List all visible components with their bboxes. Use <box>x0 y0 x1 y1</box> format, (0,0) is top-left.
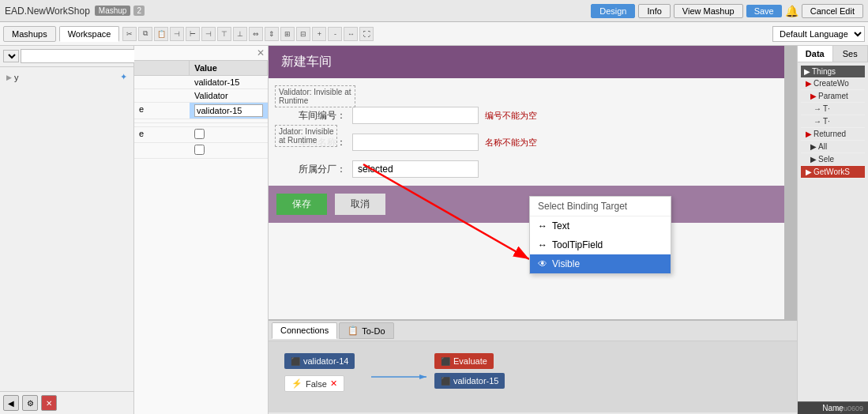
form-save-button[interactable]: 保存 <box>276 194 327 215</box>
close-sidebar-icon[interactable]: ✕ <box>41 395 57 411</box>
right-panel: Data Ses ▶ Things ▶ CreateWo ▶ Paramet → <box>797 46 868 414</box>
language-select[interactable]: Default Language English Chinese <box>772 26 865 42</box>
field3-input[interactable] <box>352 160 479 178</box>
left-sidebar: ▼ ✕ ▶ y ✦ ◀ ⚙ ✕ <box>0 46 134 414</box>
tab-connections[interactable]: Connections <box>272 322 337 339</box>
row3-col2 <box>190 103 268 119</box>
center-area: 新建车间 Validator: Invisible at Runtime 车间编… <box>269 46 797 414</box>
tree-star-icon: ✦ <box>120 72 127 82</box>
row7-checkbox <box>190 143 268 158</box>
false-close-icon[interactable]: ✕ <box>330 378 337 389</box>
row4-col2 <box>190 119 268 122</box>
gear-icon[interactable]: ⚙ <box>22 395 38 411</box>
row5-col2 <box>190 123 268 126</box>
field1-error: 编号不能为空 <box>485 110 537 122</box>
paramet-label: Paramet <box>818 92 848 100</box>
form-row-2: 车间名称： 名称不能为空 <box>269 129 784 156</box>
field2-input[interactable] <box>352 134 479 151</box>
resize-icon[interactable]: ↔ <box>344 27 358 41</box>
row3-input[interactable] <box>194 104 263 117</box>
getworks-item[interactable]: ▶ GetWorkS <box>801 166 865 179</box>
center-top: 新建车间 Validator: Invisible at Runtime 车间编… <box>269 46 797 319</box>
createwo-label: CreateWo <box>814 79 849 88</box>
col2-header: Value <box>190 61 268 75</box>
false-label: False <box>306 379 327 389</box>
tree-node-y[interactable]: ▶ y ✦ <box>3 70 130 84</box>
sidebar-bottom-bar: ◀ ⚙ ✕ <box>0 391 133 414</box>
align-left-icon[interactable]: ⊣ <box>170 27 184 41</box>
zoom-out-icon[interactable]: - <box>328 27 342 41</box>
distribute-h-icon[interactable]: ⇔ <box>249 27 263 41</box>
table-row: e <box>134 127 268 143</box>
tab-ses[interactable]: Ses <box>833 46 869 62</box>
form-row-3: 所属分厂： <box>269 156 784 183</box>
createwo-expand-icon: ▶ <box>806 79 812 88</box>
row7-check[interactable] <box>194 145 205 155</box>
grid-icon[interactable]: ⊞ <box>280 27 295 41</box>
distribute-v-icon[interactable]: ⇕ <box>265 27 279 41</box>
evaluate-label: Evaluate <box>453 356 487 366</box>
menu-item-text[interactable]: ↔ Text <box>530 216 671 235</box>
zoom-in-icon[interactable]: + <box>312 27 326 41</box>
arrow-t1-item[interactable]: → T· <box>801 103 865 115</box>
field1-input[interactable] <box>352 107 479 124</box>
evaluate-icon: ⬛ <box>441 357 450 366</box>
all-item[interactable]: ▶ All <box>801 141 865 153</box>
close-table-icon[interactable]: ✕ <box>134 46 268 61</box>
form-cancel-button[interactable]: 取消 <box>335 194 385 215</box>
align-right-icon[interactable]: ⊣ <box>201 27 216 41</box>
align-top-icon[interactable]: ⊤ <box>217 27 231 41</box>
things-section: ▶ Things ▶ CreateWo ▶ Paramet → T· → T <box>801 66 865 179</box>
validator-note-1: Validator: Invisible at Runtime <box>275 85 355 107</box>
info-button[interactable]: Info <box>638 4 670 18</box>
tab-todo[interactable]: 📋 To-Do <box>339 322 393 339</box>
tab-workspace[interactable]: Workspace <box>59 26 120 42</box>
context-menu: Select Binding Target ↔ Text ↔ ToolTipFi… <box>529 196 671 274</box>
search-input[interactable] <box>21 49 137 63</box>
node-validator-14[interactable]: ⬛ validator-14 <box>284 353 355 369</box>
sele-label: Sele <box>818 155 834 164</box>
table-row-highlighted: e <box>134 103 268 119</box>
tab-data[interactable]: Data <box>798 46 833 62</box>
view-mashup-button[interactable]: View Mashup <box>674 4 743 18</box>
table-row: validator-15 <box>134 76 268 89</box>
all-label: All <box>818 142 827 151</box>
filter-select[interactable]: ▼ <box>3 50 19 62</box>
center-scrollbar[interactable] <box>784 46 797 319</box>
false-icon: ⚡ <box>291 378 302 389</box>
context-menu-title: Select Binding Target <box>530 197 671 216</box>
row1-col1 <box>134 76 190 88</box>
nav-left-icon[interactable]: ◀ <box>3 395 19 411</box>
menu-item-tooltipfield[interactable]: ↔ ToolTipField <box>530 235 671 254</box>
sele-item[interactable]: ▶ Sele <box>801 153 865 166</box>
align-center-icon[interactable]: ⊢ <box>186 27 200 41</box>
cancel-edit-button[interactable]: Cancel Edit <box>802 4 863 18</box>
copy-icon[interactable]: ⧉ <box>138 27 152 41</box>
menu-item-visible[interactable]: 👁 Visible <box>530 254 671 273</box>
fullscreen-icon[interactable]: ⛶ <box>359 27 374 41</box>
connection-arrow <box>371 369 434 385</box>
node-evaluate[interactable]: ⬛ Evaluate <box>434 353 494 369</box>
zoom-icon[interactable]: ⊟ <box>296 27 310 41</box>
center-bottom: Connections 📋 To-Do ⬛ validator-14 ⚡ Fal… <box>269 319 797 414</box>
cut-icon[interactable]: ✂ <box>122 27 137 41</box>
node3-label: validator-15 <box>453 376 498 386</box>
design-button[interactable]: Design <box>591 4 635 18</box>
table-header: Value <box>134 61 268 76</box>
align-bottom-icon[interactable]: ⊥ <box>233 27 247 41</box>
tree-arrow-icon: ▶ <box>6 73 12 81</box>
paramet-item[interactable]: ▶ Paramet <box>801 90 865 103</box>
row6-check[interactable] <box>194 129 205 139</box>
arrow-t2-item[interactable]: → T· <box>801 115 865 128</box>
tab-mashups[interactable]: Mashups <box>3 26 56 42</box>
node-false[interactable]: ⚡ False ✕ <box>284 375 344 392</box>
save-button[interactable]: Save <box>746 5 782 17</box>
returned-item[interactable]: ▶ Returned <box>801 128 865 141</box>
validator-note-2: Jdator: Invisible at Runtime <box>275 125 337 147</box>
node-validator-15[interactable]: ⬛ validator-15 <box>434 373 505 389</box>
createwo-item[interactable]: ▶ CreateWo <box>801 77 865 90</box>
main-layout: ▼ ✕ ▶ y ✦ ◀ ⚙ ✕ ✕ Value validator-15 <box>0 46 868 414</box>
things-header[interactable]: ▶ Things <box>801 66 865 77</box>
node3-icon: ⬛ <box>441 377 450 386</box>
paste-icon[interactable]: 📋 <box>154 27 168 41</box>
